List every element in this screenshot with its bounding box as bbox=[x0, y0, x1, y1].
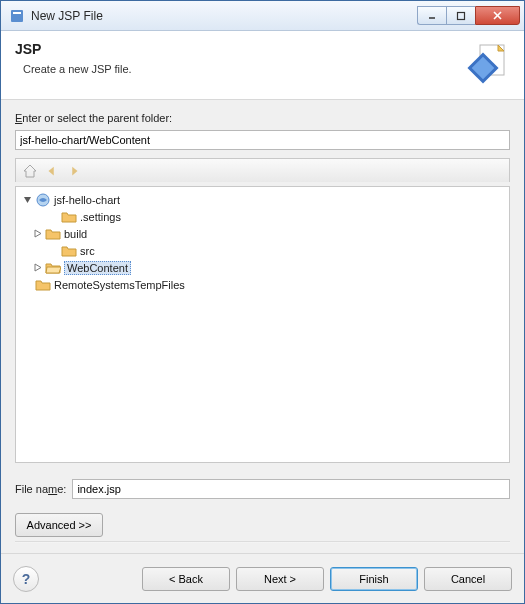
tree-label-selected: WebContent bbox=[64, 261, 131, 275]
tree-label: RemoteSystemsTempFiles bbox=[54, 279, 185, 291]
separator bbox=[15, 541, 510, 543]
svg-rect-0 bbox=[11, 10, 23, 22]
filename-row: File name: bbox=[15, 479, 510, 499]
advanced-button[interactable]: AAdvanced >>dvanced >> bbox=[15, 513, 103, 537]
titlebar[interactable]: New JSP File bbox=[1, 1, 524, 31]
folder-icon bbox=[45, 226, 61, 242]
tree-label: build bbox=[64, 228, 87, 240]
home-icon[interactable] bbox=[22, 163, 38, 179]
parent-folder-label: Enter or select the parent folder: bbox=[15, 112, 510, 124]
window-controls bbox=[417, 6, 520, 25]
tree-row-build[interactable]: build bbox=[18, 225, 507, 242]
back-button[interactable]: < Back bbox=[142, 567, 230, 591]
cancel-button[interactable]: Cancel bbox=[424, 567, 512, 591]
wizard-title: JSP bbox=[15, 41, 454, 57]
next-button[interactable]: Next > bbox=[236, 567, 324, 591]
tree-row-settings[interactable]: .settings bbox=[18, 208, 507, 225]
tree-row-remote[interactable]: RemoteSystemsTempFiles bbox=[18, 276, 507, 293]
filename-input[interactable] bbox=[72, 479, 510, 499]
back-arrow-icon[interactable] bbox=[44, 163, 60, 179]
forward-arrow-icon[interactable] bbox=[66, 163, 82, 179]
tree-label: src bbox=[80, 245, 95, 257]
wizard-subtitle: Create a new JSP file. bbox=[15, 63, 454, 75]
folder-icon bbox=[35, 277, 51, 293]
folder-icon bbox=[61, 243, 77, 259]
tree-row-project[interactable]: jsf-hello-chart bbox=[18, 191, 507, 208]
tree-row-src[interactable]: src bbox=[18, 242, 507, 259]
svg-rect-1 bbox=[13, 12, 21, 14]
expander-icon[interactable] bbox=[32, 228, 43, 239]
folder-tree[interactable]: jsf-hello-chart .settings build src WebC bbox=[15, 186, 510, 463]
tree-row-webcontent[interactable]: WebContent bbox=[18, 259, 507, 276]
wizard-footer: ? < Back Next > Finish Cancel bbox=[1, 553, 524, 603]
minimize-button[interactable] bbox=[417, 6, 446, 25]
folder-open-icon bbox=[45, 260, 61, 276]
finish-button[interactable]: Finish bbox=[330, 567, 418, 591]
app-icon bbox=[9, 8, 25, 24]
parent-folder-input[interactable] bbox=[15, 130, 510, 150]
wizard-window: New JSP File JSP Create a new JSP file. … bbox=[0, 0, 525, 604]
wizard-body: Enter or select the parent folder: jsf-h… bbox=[1, 100, 524, 553]
close-button[interactable] bbox=[475, 6, 520, 25]
project-icon bbox=[35, 192, 51, 208]
window-title: New JSP File bbox=[31, 9, 417, 23]
expander-icon[interactable] bbox=[32, 262, 43, 273]
wizard-banner-icon bbox=[466, 41, 510, 85]
tree-label: jsf-hello-chart bbox=[54, 194, 120, 206]
expander-icon[interactable] bbox=[22, 194, 33, 205]
help-button[interactable]: ? bbox=[13, 566, 39, 592]
svg-rect-3 bbox=[458, 12, 465, 19]
tree-label: .settings bbox=[80, 211, 121, 223]
wizard-header: JSP Create a new JSP file. bbox=[1, 31, 524, 100]
tree-toolbar bbox=[15, 158, 510, 182]
maximize-button[interactable] bbox=[446, 6, 475, 25]
filename-label: File name: bbox=[15, 483, 66, 495]
folder-icon bbox=[61, 209, 77, 225]
